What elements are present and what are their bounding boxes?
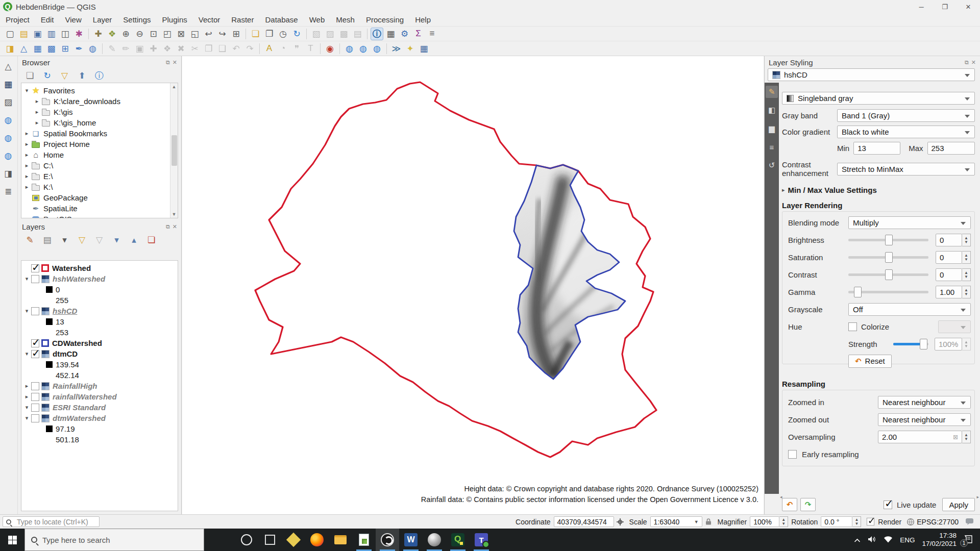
minmax-settings-header[interactable]: Min / Max Value Settings	[788, 186, 877, 194]
open-project-icon[interactable]: ▤	[17, 28, 30, 40]
volume-icon[interactable]	[868, 536, 876, 544]
expander-icon[interactable]: ▾	[22, 276, 31, 282]
add-wms-layer-icon[interactable]: ◍	[2, 114, 15, 127]
geonode-icon[interactable]: ◍	[371, 42, 383, 55]
add-delimited-text-icon[interactable]: ⊞	[59, 42, 71, 55]
layer-row[interactable]: 253	[22, 327, 178, 338]
expander-icon[interactable]: ▸	[33, 98, 41, 105]
menu-edit[interactable]: Edit	[35, 14, 60, 26]
minmax-expander-icon[interactable]: ▸	[782, 187, 785, 193]
expander-icon[interactable]: ▸	[33, 119, 41, 126]
browser-float-icon[interactable]: ⧉	[166, 59, 170, 66]
browser-row[interactable]: ▸K:\gis	[22, 107, 178, 117]
style-redo-button[interactable]: ↷	[800, 498, 816, 511]
layer-label[interactable]: hshCD	[53, 307, 77, 315]
layer-row[interactable]: 0	[22, 284, 178, 295]
browser-row[interactable]: ▸Spatial Bookmarks	[22, 128, 178, 139]
layer-row[interactable]: ▾dtmCD	[22, 348, 178, 359]
brightness-spin[interactable]: ▲▼	[962, 234, 971, 246]
render-type-select[interactable]: Singleband gray	[782, 92, 975, 105]
layer-label[interactable]: 139.54	[56, 360, 79, 369]
expander-icon[interactable]: ▸	[22, 173, 31, 180]
measure-line-icon[interactable]: ≡	[426, 28, 438, 40]
browser-row[interactable]: ▸Home	[22, 149, 178, 160]
gamma-slider[interactable]	[848, 291, 928, 293]
browser-item-label[interactable]: PostGIS	[43, 215, 72, 218]
styling-layer-select[interactable]: hshCD	[768, 68, 975, 81]
processing-history-icon[interactable]: ▦	[418, 42, 430, 55]
browser-item-label[interactable]: Spatial Bookmarks	[43, 129, 107, 138]
new-project-icon[interactable]: ▢	[4, 28, 16, 40]
zoom-last-icon[interactable]: ↩	[202, 28, 215, 40]
layer-label[interactable]: hshWatershed	[53, 274, 105, 283]
saturation-slider[interactable]	[848, 256, 928, 259]
save-project-icon[interactable]: ▣	[31, 28, 44, 40]
deselect-all-icon[interactable]: ▩	[337, 28, 350, 40]
style-undo-button[interactable]: ↶	[782, 498, 797, 511]
vertex-tool-icon[interactable]: ❖	[161, 42, 174, 55]
add-postgis-icon[interactable]: ◍	[86, 42, 99, 55]
refresh-browser-icon[interactable]: ↻	[41, 69, 54, 82]
style-manager-icon[interactable]: ✱	[72, 28, 85, 40]
saturation-spin[interactable]: ▲▼	[962, 251, 971, 264]
sticky-notes-taskbar-icon[interactable]	[282, 529, 305, 551]
menu-mesh[interactable]: Mesh	[330, 14, 360, 26]
network-icon[interactable]	[884, 536, 893, 544]
browser-item-label[interactable]: SpatiaLite	[43, 204, 78, 213]
zoom-out-icon[interactable]: ⊖	[133, 28, 146, 40]
notifications-icon[interactable]: 1	[964, 535, 973, 545]
add-wcs-layer-icon[interactable]: ◍	[2, 132, 15, 144]
layer-row[interactable]: ▾dtmWatershed	[22, 413, 178, 423]
menu-help[interactable]: Help	[409, 14, 436, 26]
taskbar-clock[interactable]: 17:3817/02/2021	[922, 532, 957, 548]
toggle-editing-icon[interactable]: ✏	[119, 42, 132, 55]
browser-item-label[interactable]: K:\gis	[54, 108, 73, 116]
expander-icon[interactable]: ▾	[22, 415, 31, 421]
copy-features-icon[interactable]: ❐	[202, 42, 215, 55]
obs-studio-taskbar-icon[interactable]	[376, 529, 399, 551]
layer-label[interactable]: 253	[56, 328, 68, 337]
reset-button[interactable]: ↶ Reset	[848, 355, 892, 368]
early-resampling-checkbox[interactable]	[788, 450, 797, 459]
expander-icon[interactable]: ▸	[22, 162, 31, 169]
layer-label[interactable]: dtmCD	[53, 349, 78, 358]
filter-by-expression-icon[interactable]: ▽	[93, 234, 106, 246]
browser-row[interactable]: SpatiaLite	[22, 203, 178, 214]
browser-scrollbar[interactable]: ▲▼	[170, 83, 178, 218]
layer-row[interactable]: ▾ESRI Standard	[22, 402, 178, 413]
add-spatialite-icon[interactable]: ✒	[72, 42, 85, 55]
add-vector-points-icon[interactable]: △	[2, 60, 15, 73]
expander-icon[interactable]: ▸	[22, 152, 31, 158]
menu-layer[interactable]: Layer	[87, 14, 118, 26]
layer-row[interactable]: 501.18	[22, 434, 178, 445]
metasearch-icon[interactable]: ◍	[343, 42, 356, 55]
expander-icon[interactable]: ▸	[22, 393, 31, 400]
layer-visibility-checkbox[interactable]	[31, 393, 39, 401]
add-mesh-icon[interactable]: ▨	[2, 96, 15, 109]
browser-item-label[interactable]: K:\gis_home	[54, 118, 96, 127]
browser-row[interactable]: ▸K:\gis_home	[22, 117, 178, 128]
browser-row[interactable]: ▾Favorites	[22, 85, 178, 96]
expander-icon[interactable]: ▸	[22, 383, 31, 389]
open-attribute-table-icon[interactable]: ▦	[384, 28, 397, 40]
symbology-tab-icon[interactable]: ✎	[766, 86, 778, 98]
transparency-tab-icon[interactable]: ◧	[766, 104, 778, 116]
grayscale-select[interactable]: Off	[848, 303, 971, 316]
menu-view[interactable]: View	[60, 14, 87, 26]
cortana-taskbar-icon[interactable]	[235, 529, 258, 551]
add-group-icon[interactable]: ▤	[41, 234, 54, 246]
layer-label[interactable]: 452.14	[56, 371, 79, 380]
expander-icon[interactable]: ▾	[22, 308, 31, 314]
browser-item-label[interactable]: Home	[43, 151, 64, 159]
current-edits-icon[interactable]: ✎	[106, 42, 118, 55]
layer-row[interactable]: 97.19	[22, 423, 178, 434]
add-wfs-layer-icon[interactable]: ◍	[2, 149, 15, 162]
minimize-button[interactable]: ─	[910, 0, 933, 13]
layer-visibility-checkbox[interactable]	[31, 382, 39, 390]
pan-map-icon[interactable]: ✚	[92, 28, 105, 40]
undo-icon[interactable]: ↶	[230, 42, 242, 55]
app-sphere-taskbar-icon[interactable]	[423, 529, 446, 551]
select-by-expression-icon[interactable]: ▨	[324, 28, 336, 40]
new-map-view-icon[interactable]: ⊞	[230, 28, 242, 40]
add-mesh-layer-icon[interactable]: ▩	[45, 42, 58, 55]
